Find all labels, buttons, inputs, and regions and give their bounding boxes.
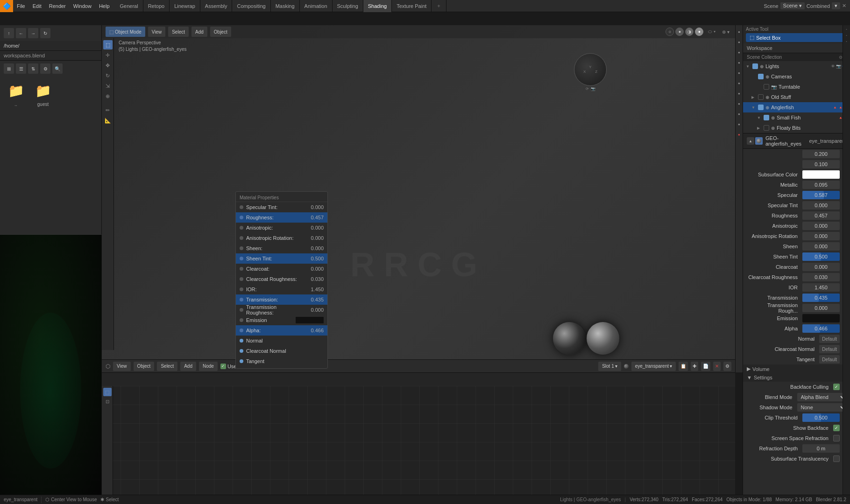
prop-toggle-showback[interactable]: ✓ <box>833 425 840 431</box>
file-nav-up[interactable]: ↑ <box>4 28 14 38</box>
prop-val-tangent[interactable]: Default <box>819 355 840 364</box>
sc-cameras[interactable]: ⊕ Cameras <box>743 71 850 82</box>
mat-row-clearcoat[interactable]: Clearcoat: 0.000 <box>236 264 327 274</box>
sc-lights-cam[interactable]: 📷 <box>836 64 841 69</box>
ne-mat-delete-btn[interactable]: ✕ <box>713 362 721 371</box>
tool-annotate[interactable]: ✏ <box>103 105 113 115</box>
tab-general[interactable]: General <box>115 0 143 12</box>
shade-solid[interactable]: ● <box>675 28 684 36</box>
sc-turntable[interactable]: 📷 Turntable <box>743 82 850 92</box>
close-btn[interactable]: ✕ <box>842 3 846 9</box>
prop-val-aniso[interactable]: 0.000 <box>802 222 840 230</box>
mat-row-sheentint[interactable]: Sheen Tint: 0.500 <box>236 253 327 264</box>
vp-view-btn[interactable]: View <box>148 27 166 37</box>
shade-material[interactable]: ◑ <box>685 28 694 36</box>
ne-tool-select[interactable]: ⬚ <box>103 388 112 396</box>
prop-val-alpha[interactable]: 0.466 <box>802 324 840 333</box>
si-item3[interactable]: • <box>844 38 850 44</box>
scene-dropdown[interactable]: Scene ▾ <box>780 2 805 9</box>
prop-val-specular[interactable]: 0.587 <box>802 191 840 199</box>
tool-move[interactable]: ✥ <box>103 61 113 70</box>
tab-animation[interactable]: Animation <box>300 0 333 12</box>
tool-measure[interactable]: 📐 <box>103 116 113 125</box>
prop-toggle-backface[interactable]: ✓ <box>833 384 840 390</box>
prop-val-sheentint[interactable]: 0.500 <box>802 252 840 261</box>
tab-shading[interactable]: Shading <box>363 0 392 12</box>
tool-rotate[interactable]: ↻ <box>103 71 113 80</box>
prop-val-ccroughness[interactable]: 0.030 <box>802 273 840 281</box>
tool-cursor[interactable]: ✛ <box>103 50 113 60</box>
ne-mat-copy-btn[interactable]: 📄 <box>701 362 710 371</box>
nav-sphere[interactable]: Y X Z <box>574 53 607 86</box>
sc-anglerfish-vis[interactable]: 🔺 <box>833 105 837 110</box>
select-box-btn[interactable]: ⬚ Select Box <box>746 33 847 42</box>
prop-shadow-select[interactable]: None <box>797 403 847 412</box>
ne-mat-new-btn[interactable]: ✚ <box>691 362 698 371</box>
file-filter-btn[interactable]: ⚙ <box>40 63 50 74</box>
ne-select-btn[interactable]: Select <box>157 362 177 371</box>
mat-row-sheen[interactable]: Sheen: 0.000 <box>236 243 327 253</box>
mat-row-alpha[interactable]: Alpha: 0.466 <box>236 325 327 336</box>
tool-transform[interactable]: ⊕ <box>103 91 113 101</box>
si-item2[interactable]: • <box>844 32 850 38</box>
sc-filter-btn[interactable]: ⚙ <box>839 55 843 60</box>
file-view-btn2[interactable]: ☰ <box>16 63 26 74</box>
mat-row-transmission[interactable]: Transmission: 0.435 <box>236 294 327 305</box>
menu-edit[interactable]: Edit <box>29 0 45 12</box>
ne-node-btn[interactable]: Node <box>199 362 218 371</box>
mat-icon-sphere[interactable] <box>755 137 763 145</box>
mat-row-transrough[interactable]: Transmission Roughness: 0.000 <box>236 305 327 315</box>
menu-window[interactable]: Window <box>70 0 95 12</box>
ne-material-dropdown[interactable]: eye_transparent ▾ <box>631 362 676 371</box>
vp-object-btn[interactable]: Object <box>210 27 231 37</box>
prop-val-refdepth[interactable]: 0 m <box>802 444 840 453</box>
file-view-btn1[interactable]: ⊞ <box>4 63 14 74</box>
tool-select[interactable]: ⬚ <box>103 40 113 49</box>
prop-swatch-subcolor[interactable] <box>802 170 840 179</box>
prop-val-clearcoat[interactable]: 0.000 <box>802 263 840 271</box>
vp-gizmo-btn[interactable]: ⊕ ▾ <box>720 29 731 35</box>
mat-row-emission[interactable]: Emission <box>236 315 327 325</box>
ne-tool-box[interactable]: ⊡ <box>103 397 112 406</box>
mat-icon-mesh[interactable]: ▲ <box>747 137 754 145</box>
vp-overlay-btn[interactable]: ⬭ ▾ <box>706 29 717 35</box>
file-item-guest[interactable]: 📁 guest <box>31 80 55 107</box>
tab-linewrap[interactable]: Linewrap <box>170 0 200 12</box>
file-refresh[interactable]: ↻ <box>40 28 50 38</box>
file-sort-btn[interactable]: ⇅ <box>28 63 38 74</box>
file-search-btn[interactable]: 🔍 <box>52 63 63 74</box>
prop-swatch-emission[interactable] <box>802 314 840 322</box>
mat-row-ccnormal[interactable]: Clearcoat Normal <box>236 346 327 356</box>
nav-cam-btn[interactable]: 📷 <box>591 87 595 91</box>
tab-sculpting[interactable]: Sculpting <box>333 0 363 12</box>
file-nav-next[interactable]: → <box>28 28 38 38</box>
ne-mat-browse-btn[interactable]: 📋 <box>679 362 688 371</box>
sc-anglerfish[interactable]: ▼ ⊕ Anglerfish 🔺 🔺 ✕ <box>743 102 850 112</box>
prop-val-sheen[interactable]: 0.000 <box>802 242 840 251</box>
prop-val-ccnormal[interactable]: Default <box>819 345 840 353</box>
mat-row-spectint[interactable]: Specular Tint: 0.000 <box>236 202 327 212</box>
app-logo[interactable]: 🔷 <box>0 0 13 12</box>
vp-mode-btn[interactable]: ⬚ Object Mode <box>106 27 145 37</box>
ne-mat-settings-btn[interactable]: ⚙ <box>723 362 731 371</box>
vp-add-btn[interactable]: Add <box>191 27 207 37</box>
menu-render[interactable]: Render <box>45 0 70 12</box>
tool-scale[interactable]: ⇲ <box>103 81 113 91</box>
prop-toggle-ssr[interactable] <box>833 435 840 441</box>
prop-val-transmission[interactable]: 0.435 <box>802 294 840 302</box>
tab-texture-paint[interactable]: Texture Paint <box>392 0 432 12</box>
tab-masking[interactable]: Masking <box>271 0 300 12</box>
ne-object-btn[interactable]: Object <box>134 362 155 371</box>
si-item[interactable]: • <box>844 26 850 32</box>
mat-row-ior[interactable]: IOR: 1.450 <box>236 284 327 294</box>
tab-add[interactable]: ＋ <box>432 0 446 12</box>
mat-row-normal[interactable]: Normal <box>236 336 327 346</box>
prop-val-1[interactable]: 0.100 <box>802 160 840 168</box>
prop-toggle-substrans[interactable] <box>833 455 840 462</box>
volume-section-header[interactable]: ▶ Volume <box>743 364 850 373</box>
mat-row-tangent[interactable]: Tangent <box>236 356 327 366</box>
tab-retopo[interactable]: Retopo <box>143 0 170 12</box>
prop-val-spectint[interactable]: 0.000 <box>802 201 840 210</box>
prop-val-normal[interactable]: Default <box>819 335 840 343</box>
mat-row-roughness[interactable]: Roughness: 0.457 <box>236 212 327 223</box>
